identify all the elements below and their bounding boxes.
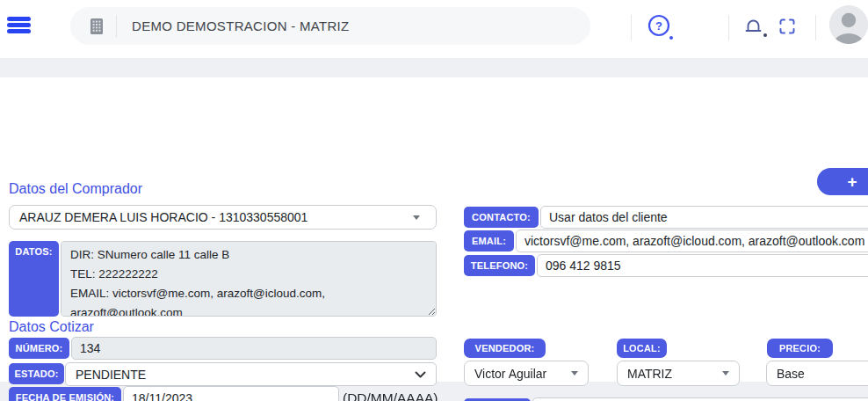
pill-divider xyxy=(116,15,117,38)
numero-input[interactable] xyxy=(71,337,437,360)
buyer-select[interactable]: ARAUZ DEMERA LUIS HORACIO - 131033055800… xyxy=(9,205,437,230)
contacto-label: CONTACTO: xyxy=(464,207,539,228)
fecha-format-hint: (DD/MM/AAAA) xyxy=(343,390,438,401)
header-divider xyxy=(728,15,729,40)
precio-label: PRECIO: xyxy=(767,339,833,358)
fecha-emision-label: FECHA DE EMISIÓN: xyxy=(9,387,121,401)
chevron-down-icon xyxy=(415,371,426,378)
quote-section-title: Datos Cotizar xyxy=(9,319,94,335)
datos-label: DATOS: xyxy=(9,241,59,317)
svg-text:?: ? xyxy=(655,19,662,33)
local-label: LOCAL: xyxy=(617,339,667,358)
local-select[interactable]: MATRIZ xyxy=(617,361,740,386)
header-divider xyxy=(631,15,632,40)
telefono-input[interactable] xyxy=(537,254,868,277)
bell-icon xyxy=(742,27,764,40)
building-icon xyxy=(89,18,105,35)
email-input[interactable] xyxy=(516,230,868,252)
chevron-down-icon xyxy=(722,371,729,375)
company-selector[interactable]: DEMO DEMOSTRACION - MATRIZ xyxy=(70,7,590,45)
notifications-button[interactable] xyxy=(742,16,764,40)
vendedor-select[interactable]: Victor Aguilar xyxy=(464,361,589,386)
vendedor-label: VENDEDOR: xyxy=(464,339,546,358)
email-label: EMAIL: xyxy=(464,230,514,252)
precio-select[interactable]: Base xyxy=(766,361,868,386)
chevron-down-icon xyxy=(413,215,420,220)
avatar[interactable] xyxy=(829,5,868,44)
buyer-select-value: ARAUZ DEMERA LUIS HORACIO - 131033055800… xyxy=(19,210,307,224)
estado-select-value: PENDIENTE xyxy=(76,368,146,382)
expand-icon xyxy=(778,26,797,39)
precio-select-value: Base xyxy=(777,367,805,381)
quote-form-card: + Datos del Comprador ARAUZ DEMERA LUIS … xyxy=(0,77,868,382)
question-circle-icon: ? xyxy=(646,28,672,41)
help-button[interactable]: ? xyxy=(646,12,672,41)
app-window: DEMO DEMOSTRACION - MATRIZ ? xyxy=(0,0,868,401)
top-header: DEMO DEMOSTRACION - MATRIZ ? xyxy=(0,0,868,58)
hamburger-menu-icon[interactable] xyxy=(7,17,32,38)
vendedor-select-value: Victor Aguilar xyxy=(474,367,546,381)
numero-label: NÚMERO: xyxy=(9,338,69,359)
estado-label: ESTADO: xyxy=(9,363,64,384)
local-select-value: MATRIZ xyxy=(627,367,672,381)
datos-textarea[interactable]: DIR: SNumero calle 11 calle B TEL: 22222… xyxy=(61,241,437,317)
fullscreen-button[interactable] xyxy=(778,17,797,39)
dirigido-input[interactable] xyxy=(532,397,868,401)
fecha-emision-input[interactable] xyxy=(123,386,339,401)
chevron-down-icon xyxy=(571,371,578,375)
add-button[interactable]: + xyxy=(817,168,868,195)
estado-select[interactable]: PENDIENTE xyxy=(65,362,437,386)
help-dot xyxy=(669,36,673,40)
header-divider xyxy=(815,15,816,40)
company-name: DEMO DEMOSTRACION - MATRIZ xyxy=(132,18,350,33)
contacto-input[interactable] xyxy=(540,206,868,229)
telefono-label: TELEFONO: xyxy=(464,255,535,276)
buyer-section-title: Datos del Comprador xyxy=(9,181,142,197)
bell-dot xyxy=(763,33,767,37)
